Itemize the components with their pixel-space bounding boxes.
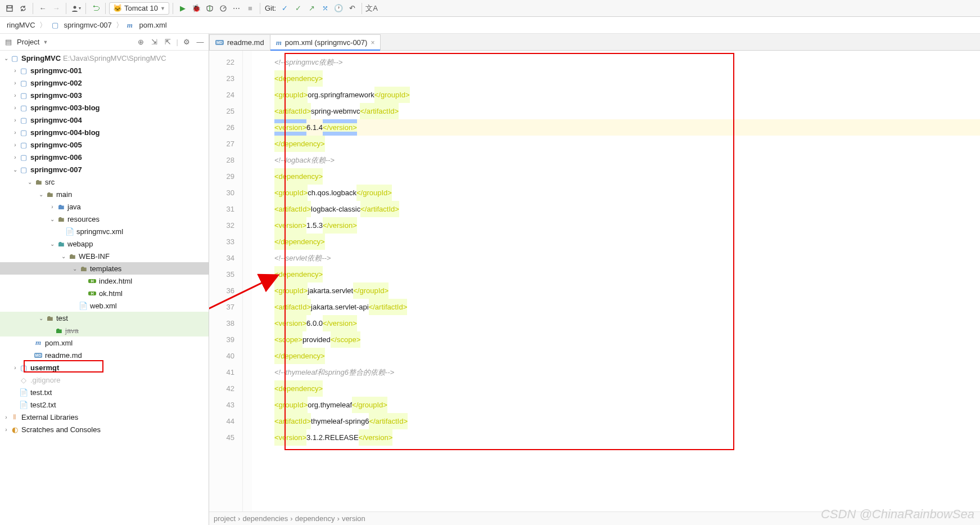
editor-breadcrumb: project› dependencies› dependency› versi… — [209, 511, 980, 525]
sidebar-header: ▤ Project ▼ ⊕ ⇲ ⇱ | ⚙ — — [0, 34, 209, 51]
tree-folder[interactable]: ⌄🖿src — [0, 176, 209, 188]
translate-icon[interactable]: 文A — [365, 2, 378, 15]
tab-label: pom.xml (springmvc-007) — [285, 38, 368, 47]
main-toolbar: ← → ▾ ⮌ 🐱 Tomcat 10 ▼ ▶ 🐞 ⋯ ■ Git: ✓ ✓ ↗… — [0, 0, 980, 17]
code-editor[interactable]: 2223242526272829303132333435363738394041… — [209, 51, 980, 511]
tree-module[interactable]: ›▢springmvc-006 — [0, 151, 209, 163]
breadcrumb-item[interactable]: ringMVC — [4, 20, 38, 30]
module-icon: ▢ — [19, 78, 28, 87]
tree-file[interactable]: Hok.html — [0, 287, 209, 299]
tree-folder-selected[interactable]: ⌄🖿templates — [0, 262, 209, 275]
breadcrumb-item[interactable]: m pom.xml — [125, 20, 169, 31]
breadcrumb-item[interactable]: dependencies — [242, 514, 288, 523]
test-folder-icon: 🖿 — [54, 326, 63, 335]
expand-icon[interactable]: ⇲ — [150, 37, 160, 47]
project-tree[interactable]: ⌄▢SpringMVCE:\Java\SpringMVC\SpringMVC ›… — [0, 51, 209, 525]
tomcat-icon: 🐱 — [113, 4, 122, 12]
tab-pom[interactable]: mpom.xml (springmvc-007)× — [270, 34, 381, 50]
forward-icon[interactable]: → — [50, 2, 62, 15]
tree-ext-lib[interactable]: ›⫴External Libraries — [0, 411, 209, 423]
folder-icon: 🖿 — [67, 252, 76, 261]
breadcrumb-item[interactable]: dependency — [295, 514, 335, 523]
gear-icon[interactable]: ⚙ — [182, 37, 192, 47]
text-icon: 📄 — [19, 388, 28, 397]
back-play-icon[interactable]: ⮌ — [89, 2, 102, 15]
tree-folder[interactable]: ⌄🖿WEB-INF — [0, 250, 209, 262]
save-icon[interactable] — [3, 2, 16, 15]
tree-module[interactable]: ›▢springmvc-003-blog — [0, 101, 209, 114]
tree-folder[interactable]: ⌄🖿resources — [0, 213, 209, 225]
chevron-down-icon[interactable]: ▼ — [43, 39, 48, 45]
sync-icon[interactable] — [17, 2, 29, 15]
git-rollback-icon[interactable]: ↶ — [346, 2, 358, 15]
tree-module[interactable]: ›▢springmvc-003 — [0, 89, 209, 101]
back-icon[interactable]: ← — [37, 2, 49, 15]
tree-module[interactable]: ›▢springmvc-004-blog — [0, 126, 209, 138]
maven-icon: m — [34, 338, 43, 347]
tree-file[interactable]: 📄test2.txt — [0, 398, 209, 411]
svg-point-0 — [74, 6, 76, 8]
debug-icon[interactable]: 🐞 — [190, 2, 202, 15]
folder-icon: 🖿 — [45, 190, 54, 199]
chevron-right-icon: 〉 — [39, 20, 47, 30]
module-icon: ▢ — [19, 363, 28, 372]
user-icon[interactable]: ▾ — [70, 2, 82, 15]
tree-folder[interactable]: ⌄🖿main — [0, 188, 209, 200]
tree-module[interactable]: ›▢springmvc-001 — [0, 64, 209, 77]
locate-icon[interactable]: ⊕ — [136, 37, 146, 47]
profile-icon[interactable] — [217, 2, 229, 15]
tree-folder[interactable]: ⌄🖿test — [0, 312, 209, 324]
code-content[interactable]: <!--springmvc依赖--> <dependency> <groupId… — [252, 51, 980, 511]
git-clock-icon[interactable]: 🕐 — [332, 2, 345, 15]
module-icon: ▢ — [19, 128, 28, 137]
git-update-icon[interactable]: ✓ — [278, 2, 291, 15]
hide-icon[interactable]: — — [195, 37, 205, 47]
coverage-icon[interactable] — [204, 2, 216, 15]
tree-module-open[interactable]: ⌄▢springmvc-007 — [0, 163, 209, 176]
tree-module[interactable]: ›▢springmvc-002 — [0, 77, 209, 89]
breadcrumb-item[interactable]: ▢springmvc-007 — [48, 20, 114, 31]
git-history-icon[interactable]: ⤱ — [319, 2, 331, 15]
module-icon: ▢ — [51, 21, 60, 30]
tree-file[interactable]: 📄springmvc.xml — [0, 225, 209, 237]
module-icon: ▢ — [19, 152, 28, 161]
stop-icon[interactable]: ■ — [244, 2, 256, 15]
tree-folder[interactable]: ⌄🖿webapp — [0, 237, 209, 250]
module-icon: ▢ — [19, 103, 28, 112]
tree-folder[interactable]: ›🖿java — [0, 200, 209, 213]
breadcrumb-item[interactable]: version — [342, 514, 365, 523]
git-commit-icon[interactable]: ✓ — [292, 2, 304, 15]
resources-folder-icon: 🖿 — [56, 214, 65, 223]
tab-readme[interactable]: MDreadme.md — [209, 34, 270, 50]
tree-file[interactable]: Hindex.html — [0, 275, 209, 287]
tree-file-pom[interactable]: mpom.xml — [0, 336, 209, 349]
project-icon: ▢ — [10, 53, 19, 62]
tree-file[interactable]: 📄web.xml — [0, 299, 209, 312]
breadcrumb-item[interactable]: project — [214, 514, 236, 523]
close-icon[interactable]: × — [371, 39, 374, 47]
module-icon: ▢ — [19, 91, 28, 100]
folder-icon: 🖿 — [34, 177, 43, 186]
tree-root[interactable]: ⌄▢SpringMVCE:\Java\SpringMVC\SpringMVC — [0, 52, 209, 64]
tree-file[interactable]: MDreadme.md — [0, 349, 209, 361]
tree-scratches[interactable]: ›◐Scratches and Consoles — [0, 423, 209, 436]
tree-folder[interactable]: 🖿java — [0, 324, 209, 336]
git-push-icon[interactable]: ↗ — [305, 2, 318, 15]
project-view-icon[interactable]: ▤ — [3, 37, 13, 47]
tree-module[interactable]: ›▢usermgt — [0, 361, 209, 374]
library-icon: ⫴ — [10, 412, 19, 421]
breadcrumb-nav: ringMVC 〉 ▢springmvc-007 〉 m pom.xml — [0, 17, 980, 34]
collapse-icon[interactable]: ⇱ — [163, 37, 173, 47]
maven-icon: m — [127, 21, 133, 30]
tree-module[interactable]: ›▢springmvc-004 — [0, 114, 209, 126]
attach-icon[interactable]: ⋯ — [231, 2, 243, 15]
run-config-selector[interactable]: 🐱 Tomcat 10 ▼ — [109, 2, 169, 15]
tree-file[interactable]: 📄test.txt — [0, 386, 209, 398]
tree-file[interactable]: ◇.gitignore — [0, 374, 209, 386]
tree-module[interactable]: ›▢springmvc-005 — [0, 138, 209, 151]
folder-icon: 🖿 — [45, 313, 54, 322]
module-icon: ▢ — [19, 140, 28, 149]
editor-tabs: MDreadme.md mpom.xml (springmvc-007)× — [209, 34, 980, 51]
run-icon[interactable]: ▶ — [177, 2, 189, 15]
webapp-folder-icon: 🖿 — [56, 239, 65, 248]
